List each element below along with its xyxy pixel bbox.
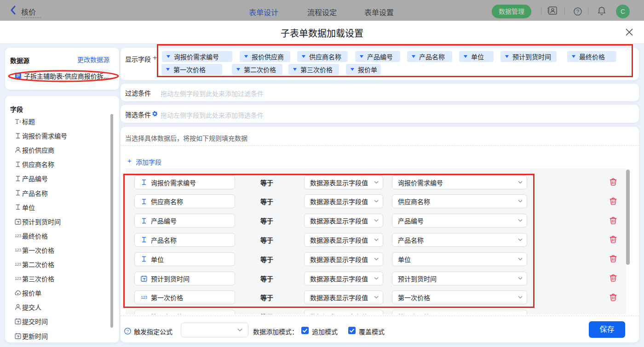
svg-text:?: ? — [576, 9, 579, 14]
svg-text:?: ? — [126, 329, 129, 334]
